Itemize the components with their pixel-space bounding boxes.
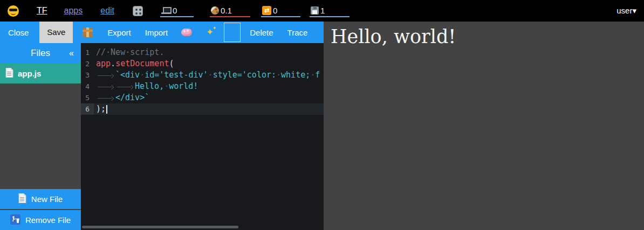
line-content: //·New·script.: [94, 47, 324, 58]
save-button[interactable]: Save: [39, 22, 73, 43]
line-number: 1: [81, 47, 94, 58]
collapse-sidebar-icon[interactable]: «: [69, 43, 74, 64]
repeat-icon: [262, 6, 271, 15]
code-token: //·New·script.: [96, 47, 164, 57]
line-content: `<div·id='test-div'·style='color:·white;…: [94, 69, 324, 81]
import-button[interactable]: Import: [145, 28, 168, 37]
code-line: 1//·New·script.: [81, 47, 324, 58]
code-token: style='color:: [213, 70, 276, 80]
code-token: .: [111, 59, 115, 68]
horizontal-scrollbar[interactable]: [82, 226, 238, 228]
preview-pane: Hello, world!: [324, 22, 644, 230]
stat-floppy[interactable]: 1: [310, 4, 350, 17]
code-token: world!: [169, 81, 198, 91]
line-number: 3: [81, 69, 94, 81]
files-sidebar: Files « app.js New FileRemove File: [0, 43, 81, 230]
code-line: 2app.setDocument(: [81, 58, 324, 69]
file-icon: [5, 68, 13, 79]
action-label: New File: [31, 194, 63, 204]
delete-button[interactable]: Delete: [250, 28, 273, 37]
file-name: app.js: [18, 69, 41, 78]
stat-value: 0.1: [221, 6, 232, 15]
empty-toolbar-button[interactable]: [224, 23, 241, 42]
sidebar-spacer: [0, 83, 81, 188]
app-window: TFappsedit00.101 user▾ Close Save Export…: [0, 0, 644, 230]
text-cursor: [106, 105, 107, 114]
tab-invisible-icon: [96, 82, 115, 92]
code-token: Hello,: [135, 81, 164, 91]
laptop-icon: [161, 7, 171, 14]
editor-toolbar: Close Save Export Import Delete Trace: [0, 22, 324, 43]
code-line: 4Hello,·world!: [81, 81, 324, 92]
action-label: Remove File: [25, 215, 71, 225]
code-token: ·: [208, 70, 213, 80]
files-title: Files: [31, 48, 50, 59]
line-number: 6: [81, 103, 94, 115]
files-header: Files «: [0, 43, 81, 64]
code-token: );: [96, 104, 106, 114]
line-number: 5: [81, 92, 94, 103]
new-file-icon: [18, 193, 26, 205]
file-item-app.js[interactable]: app.js: [0, 64, 81, 83]
remove-file-icon: [10, 214, 20, 226]
code-token: (: [169, 59, 174, 68]
top-bar-left: TFappsedit00.101: [0, 4, 350, 17]
code-token: ·: [310, 70, 315, 80]
top-bar: TFappsedit00.101 user▾: [0, 0, 644, 22]
topbar-link-tf[interactable]: TF: [37, 6, 47, 16]
sparkles-icon[interactable]: [204, 27, 216, 38]
code-token: </div>`: [115, 93, 149, 102]
sunglasses-face-icon[interactable]: [8, 5, 19, 17]
code-token: f: [315, 70, 320, 80]
stat-repeat[interactable]: 0: [261, 4, 300, 17]
code-editor[interactable]: 1//·New·script.2app.setDocument(3`<div·i…: [81, 43, 324, 230]
code-token: ·: [276, 70, 281, 80]
tab-invisible-icon: [115, 82, 135, 92]
line-number: 4: [81, 81, 94, 92]
package-icon[interactable]: [83, 27, 93, 37]
remove-file-button[interactable]: Remove File: [0, 210, 81, 230]
stat-value: 0: [173, 6, 177, 15]
code-token: ·: [140, 70, 145, 80]
trace-button[interactable]: Trace: [287, 28, 308, 37]
tab-invisible-icon: [96, 71, 115, 80]
stat-value: 0: [273, 6, 277, 15]
code-line: 3`<div·id='test-div'·style='color:·white…: [81, 69, 324, 81]
code-line: 6);: [81, 103, 324, 115]
code-token: white;: [281, 70, 310, 80]
code-token: id='test-div': [145, 70, 208, 80]
stat-laptop[interactable]: 0: [160, 4, 194, 17]
line-content: </div>`: [94, 92, 324, 103]
dice-four-icon[interactable]: [133, 6, 143, 16]
code-lines: 1//·New·script.2app.setDocument(3`<div·i…: [81, 43, 324, 115]
line-content: Hello,·world!: [94, 81, 324, 92]
line-number: 2: [81, 58, 94, 69]
topbar-link-apps[interactable]: apps: [64, 6, 83, 16]
user-menu[interactable]: user▾: [616, 0, 636, 22]
code-token: setDocument: [115, 59, 169, 68]
line-content: app.setDocument(: [94, 58, 324, 69]
stat-value: 1: [320, 6, 325, 15]
preview-hello-text: Hello, world!: [331, 26, 456, 47]
soap-icon[interactable]: [181, 29, 192, 36]
line-content: );: [94, 103, 324, 115]
code-line: 5</div>`: [81, 92, 324, 103]
code-token: `<div: [115, 70, 140, 80]
stat-cookie[interactable]: 0.1: [210, 4, 250, 17]
topbar-link-edit[interactable]: edit: [100, 6, 114, 16]
cookie-icon: [211, 6, 219, 15]
new-file-button[interactable]: New File: [0, 189, 81, 209]
export-button[interactable]: Export: [107, 28, 131, 37]
tab-invisible-icon: [96, 93, 115, 103]
code-token: ·: [164, 81, 169, 91]
close-button[interactable]: Close: [8, 28, 29, 37]
floppy-icon: [311, 6, 319, 15]
code-token: app: [96, 59, 111, 68]
